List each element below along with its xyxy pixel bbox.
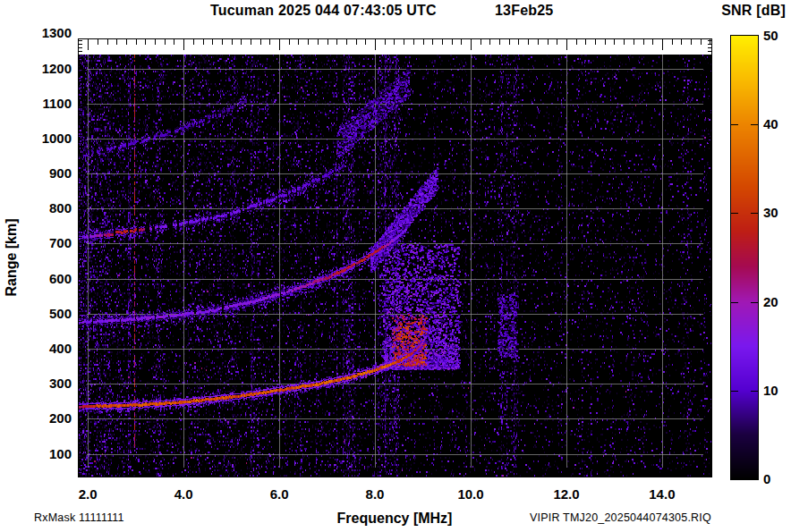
ionogram-app: Tucuman 2025 044 07:43:05 UTC 13Feb25 SN… [0, 0, 791, 532]
colorbar-tick-label: 50 [763, 28, 778, 43]
x-tick-label: 14.0 [637, 486, 687, 502]
x-tick-label: 6.0 [254, 486, 304, 502]
y-tick-label: 400 [29, 341, 72, 356]
filename-label: VIPIR TMJ20_2025044074305.RIQ [530, 511, 711, 524]
colorbar-canvas [731, 36, 758, 479]
y-tick-label: 1000 [29, 131, 72, 146]
x-tick-label: 2.0 [63, 486, 113, 502]
colorbar-tick-label: 30 [763, 205, 778, 220]
plot-area [78, 38, 712, 477]
y-tick-label: 700 [29, 235, 72, 250]
y-tick-label: 800 [29, 200, 72, 215]
x-tick-label: 12.0 [541, 486, 591, 502]
x-tick-label: 10.0 [446, 486, 496, 502]
rxmask-label: RxMask 11111111 [34, 511, 124, 524]
y-tick-label: 1300 [29, 25, 72, 40]
title-date: 13Feb25 [495, 3, 553, 19]
y-tick-label: 1100 [29, 96, 72, 111]
colorbar-tick-label: 40 [763, 116, 778, 131]
x-tick-label: 8.0 [350, 486, 400, 502]
colorbar-tick-label: 0 [763, 471, 770, 486]
y-axis-title: Range [km] [4, 218, 20, 296]
colorbar [730, 35, 759, 480]
colorbar-tick-label: 10 [763, 383, 778, 398]
title-station-time: Tucuman 2025 044 07:43:05 UTC [210, 3, 437, 19]
y-tick-label: 200 [29, 410, 72, 426]
colorbar-tick-label: 20 [763, 294, 778, 309]
y-tick-label: 600 [29, 271, 72, 286]
x-tick-label: 4.0 [158, 486, 208, 502]
ionogram-canvas [79, 39, 711, 477]
y-tick-label: 500 [29, 306, 72, 321]
y-tick-label: 300 [29, 376, 72, 391]
y-tick-label: 100 [29, 446, 72, 461]
y-tick-label: 1200 [29, 61, 72, 76]
colorbar-title: SNR [dB] [705, 3, 786, 19]
x-axis-title: Frequency [MHz] [337, 511, 453, 527]
y-tick-label: 900 [29, 165, 72, 181]
